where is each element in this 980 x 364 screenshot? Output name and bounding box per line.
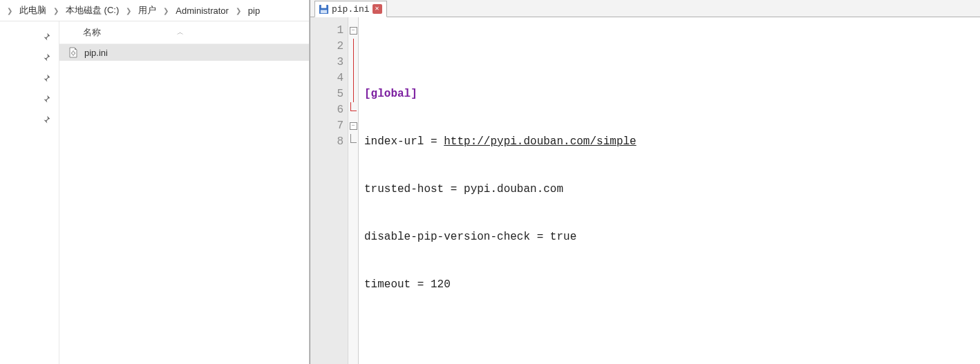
code-text: index-url: [364, 135, 424, 148]
breadcrumb-item[interactable]: Administrator: [174, 4, 230, 17]
breadcrumb-item[interactable]: 此电脑: [18, 3, 48, 18]
pin-icon: [41, 31, 52, 42]
save-disk-icon: [318, 3, 329, 15]
pin-icon: [41, 93, 52, 104]
fold-toggle-icon[interactable]: −: [350, 27, 357, 35]
svg-rect-2: [321, 4, 326, 8]
column-header-name[interactable]: 名称 ︿: [59, 21, 309, 44]
ini-file-icon: [68, 47, 79, 58]
code-text: =: [424, 135, 444, 148]
svg-rect-3: [320, 10, 326, 13]
breadcrumb[interactable]: ❯ 此电脑 ❯ 本地磁盘 (C:) ❯ 用户 ❯ Administrator ❯…: [0, 0, 309, 21]
line-number: 2: [310, 39, 343, 55]
fold-toggle-icon[interactable]: −: [350, 122, 357, 130]
file-name: pip.ini: [84, 48, 108, 58]
code-text: trusted-host = pypi.douban.com: [364, 183, 563, 195]
chevron-right-icon: ❯: [4, 7, 15, 15]
code-editor[interactable]: [global] index-url = http://pypi.douban.…: [359, 17, 980, 364]
code-text: http://pypi.douban.com/simple: [444, 135, 636, 148]
fold-column: − −: [348, 17, 359, 364]
close-tab-icon[interactable]: ✕: [373, 4, 382, 14]
line-number: 4: [310, 70, 343, 86]
line-number: 6: [310, 102, 343, 118]
column-header-label: 名称: [83, 26, 101, 39]
line-number: 8: [310, 134, 343, 150]
pin-icon: [41, 73, 52, 84]
line-number: 7: [310, 118, 343, 134]
chevron-right-icon: ❯: [233, 7, 244, 15]
editor-tab[interactable]: pip.ini ✕: [314, 1, 387, 17]
file-row[interactable]: pip.ini: [59, 44, 309, 61]
line-number-gutter: 1 2 3 4 5 6 7 8: [310, 17, 348, 364]
code-text: disable-pip-version-check = true: [364, 231, 576, 243]
editor-tab-bar: pip.ini ✕: [310, 0, 980, 17]
line-number: 3: [310, 55, 343, 70]
pin-icon: [41, 114, 52, 125]
text-editor-pane: pip.ini ✕ 1 2 3 4 5 6 7 8 −: [310, 0, 980, 364]
line-number: 5: [310, 86, 343, 102]
chevron-right-icon: ❯: [160, 7, 171, 15]
sort-indicator-icon: ︿: [177, 28, 184, 37]
line-number: 1: [310, 23, 343, 39]
file-explorer-pane: ❯ 此电脑 ❯ 本地磁盘 (C:) ❯ 用户 ❯ Administrator ❯…: [0, 0, 310, 364]
breadcrumb-item[interactable]: 本地磁盘 (C:): [64, 3, 120, 18]
chevron-right-icon: ❯: [123, 7, 134, 15]
quick-access-pin-column: [0, 21, 59, 364]
editor-tab-label: pip.ini: [332, 4, 370, 15]
pin-icon: [41, 52, 52, 63]
breadcrumb-item[interactable]: pip: [247, 4, 261, 17]
code-text: timeout = 120: [364, 278, 451, 291]
code-text: [global]: [364, 88, 417, 100]
chevron-right-icon: ❯: [50, 7, 62, 15]
breadcrumb-item[interactable]: 用户: [137, 3, 158, 18]
